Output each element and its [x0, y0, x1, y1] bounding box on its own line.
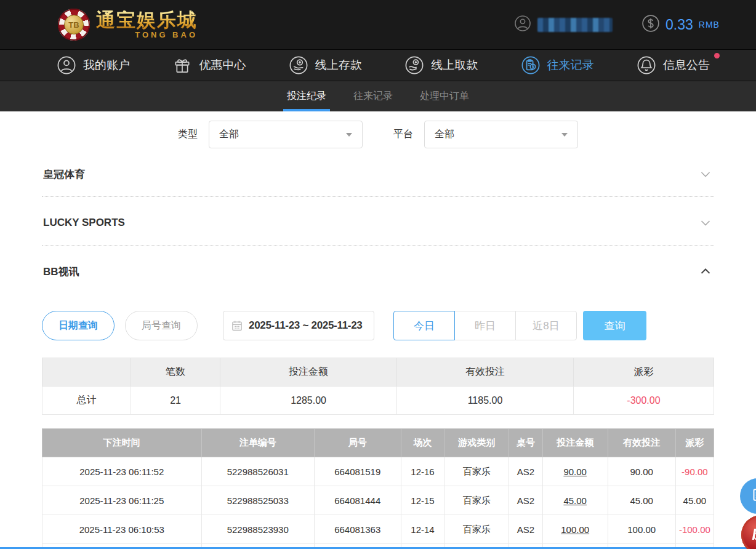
nav-item-deposit[interactable]: 线上存款	[289, 55, 362, 75]
chevron-down-icon	[698, 215, 713, 230]
summary-header-bet: 投注金额	[220, 358, 397, 387]
summary-table: 笔数 投注金额 有效投注 派彩 总计 21 1285.00 1185.00 -3…	[42, 358, 714, 415]
summary-count: 21	[131, 387, 220, 415]
last-8-days-button[interactable]: 近8日	[515, 311, 577, 340]
bet-amount-link[interactable]: 45.00	[542, 486, 608, 515]
chevron-down-icon	[698, 167, 713, 182]
col-order-id: 注单编号	[201, 429, 314, 457]
service-fab-button[interactable]	[740, 478, 756, 514]
nav-item-records[interactable]: 往来记录	[521, 55, 594, 75]
summary-header-row: 笔数 投注金额 有效投注 派彩	[42, 358, 714, 387]
site-subtitle: TONG BAO	[135, 31, 198, 39]
summary-total-label: 总计	[42, 387, 131, 415]
platform-select-value: 全部	[435, 128, 454, 141]
col-table-no: 桌号	[509, 429, 543, 457]
filter-row: 类型 全部 平台 全部	[0, 121, 756, 148]
document-icon	[750, 487, 756, 505]
search-button[interactable]: 查询	[583, 311, 646, 340]
col-session: 场次	[401, 429, 444, 457]
chevron-down-icon	[561, 133, 568, 137]
chevron-down-icon	[346, 133, 352, 137]
col-bet-time: 下注时间	[42, 429, 202, 457]
summary-header-payout: 派彩	[573, 358, 714, 387]
nav-label: 我的账户	[83, 57, 130, 73]
top-header: TB 通宝娱乐城 TONG BAO 0.33 RMB	[0, 0, 756, 49]
notification-dot	[714, 53, 720, 58]
table-row: 2025-11-23 06:10:53 522988523930 6640813…	[42, 515, 714, 544]
platform-filter-label: 平台	[393, 128, 413, 141]
nav-label: 线上取款	[431, 57, 478, 73]
nav-item-promotions[interactable]: 优惠中心	[172, 55, 246, 75]
table-row: 2025-11-23 06:11:52 522988526031 6640815…	[42, 457, 714, 486]
deposit-icon	[289, 55, 308, 75]
nav-item-announcements[interactable]: 信息公告	[637, 55, 710, 75]
yesterday-button[interactable]: 昨日	[454, 311, 516, 340]
bb-logo: bb	[752, 526, 756, 543]
quick-date-group: 今日 昨日 近8日	[393, 311, 577, 340]
user-info[interactable]	[514, 0, 613, 49]
col-payout: 派彩	[675, 429, 714, 457]
tab-transaction-records[interactable]: 往来记录	[353, 81, 393, 111]
poker-chip-icon: TB	[58, 9, 90, 41]
summary-bet-amount: 1285.00	[220, 387, 397, 415]
col-bet-amount: 投注金额	[542, 429, 608, 457]
site-logo[interactable]: TB 通宝娱乐城 TONG BAO	[58, 9, 198, 41]
type-filter-label: 类型	[178, 128, 198, 141]
bb-fab-button[interactable]: bb	[741, 515, 756, 549]
records-icon	[521, 55, 541, 75]
date-range-value: 2025-11-23 ~ 2025-11-23	[249, 319, 363, 332]
summary-valid-bet: 1185.00	[397, 387, 574, 415]
summary-payout: -300.00	[573, 387, 714, 415]
chevron-up-icon	[698, 264, 713, 279]
main-nav: 我的账户 优惠中心 线上存款	[0, 49, 756, 81]
section-crown-sports[interactable]: 皇冠体育	[42, 148, 714, 197]
type-select-value: 全部	[219, 128, 239, 141]
chip-core-label: TB	[64, 15, 84, 34]
username-redacted	[537, 18, 613, 32]
summary-total-row: 总计 21 1285.00 1185.00 -300.00	[42, 387, 714, 415]
balance-amount: 0.33	[666, 17, 693, 33]
round-query-button[interactable]: 局号查询	[125, 311, 198, 340]
summary-header-empty	[42, 358, 131, 387]
section-bb-live[interactable]: BB视讯	[42, 246, 714, 294]
site-title: 通宝娱乐城	[96, 10, 198, 30]
col-game-type: 游戏类别	[444, 429, 509, 457]
date-range-input[interactable]: 2025-11-23 ~ 2025-11-23	[223, 311, 374, 340]
summary-header-count: 笔数	[131, 358, 220, 387]
sub-tab-bar: 投注纪录 往来记录 处理中订单	[0, 81, 756, 111]
platform-select[interactable]: 全部	[424, 121, 578, 148]
provider-sections: 皇冠体育 LUCKY SPORTS BB视讯	[42, 148, 714, 294]
withdraw-icon	[404, 55, 424, 75]
balance[interactable]: 0.33 RMB	[641, 0, 720, 49]
user-avatar-icon	[514, 15, 531, 34]
balance-currency: RMB	[699, 20, 720, 30]
user-icon	[57, 55, 76, 75]
tab-bet-records[interactable]: 投注纪录	[287, 81, 326, 111]
section-lucky-sports[interactable]: LUCKY SPORTS	[42, 197, 714, 246]
gift-icon	[172, 55, 192, 75]
nav-label: 优惠中心	[199, 57, 246, 73]
table-header-row: 下注时间 注单编号 局号 场次 游戏类别 桌号 投注金额 有效投注 派彩	[42, 429, 714, 457]
today-button[interactable]: 今日	[393, 311, 455, 340]
table-row: 2025-11-23 06:11:25 522988525033 6640814…	[42, 486, 714, 515]
col-valid-bet: 有效投注	[608, 429, 675, 457]
dollar-coin-icon	[641, 14, 660, 35]
nav-item-withdraw[interactable]: 线上取款	[404, 55, 478, 75]
calendar-icon	[231, 319, 243, 332]
summary-header-valid: 有效投注	[397, 358, 574, 387]
nav-label: 线上存款	[315, 57, 362, 73]
tab-pending-orders[interactable]: 处理中订单	[420, 81, 469, 111]
bet-amount-link[interactable]: 90.00	[542, 457, 608, 486]
nav-label: 往来记录	[547, 57, 594, 73]
date-query-button[interactable]: 日期查询	[42, 311, 115, 340]
bell-icon	[637, 55, 656, 75]
col-round-id: 局号	[314, 429, 401, 457]
type-select[interactable]: 全部	[209, 121, 363, 148]
query-controls: 日期查询 局号查询 2025-11-23 ~ 2025-11-23 今日 昨日 …	[42, 311, 714, 340]
bet-amount-link[interactable]: 100.00	[542, 515, 608, 544]
nav-item-my-account[interactable]: 我的账户	[57, 55, 130, 75]
bet-records-table: 下注时间 注单编号 局号 场次 游戏类别 桌号 投注金额 有效投注 派彩 202…	[42, 428, 714, 549]
nav-label: 信息公告	[663, 57, 710, 73]
